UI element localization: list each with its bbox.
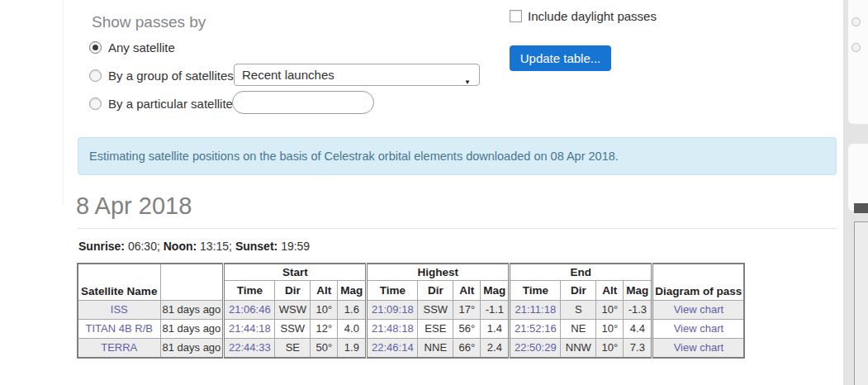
highest-time-cell: 21:48:18 [367,319,418,338]
col-header-end-mag: Mag [624,280,652,300]
view-chart-link[interactable]: View chart [674,322,723,335]
start-mag-cell: 1.9 [338,338,367,358]
col-header-end-time: Time [510,280,561,300]
group-header-start: Start [224,264,367,280]
radio-row-any-satellite[interactable]: Any satellite [89,40,175,55]
col-header-highest-mag: Mag [481,280,510,300]
table-row-iss: ISS 81 days ago 21:06:46 WSW 10° 1.6 21:… [78,300,744,319]
col-header-start-mag: Mag [338,280,367,300]
left-column-divider [63,0,64,207]
group-header-end: End [510,264,652,280]
right-sidebar-panel-middle [848,144,868,211]
highest-time-link[interactable]: 21:48:18 [372,322,414,335]
radio-row-particular-satellite[interactable]: By a particular satellite: [89,97,236,111]
start-dir-cell: SE [275,338,311,358]
end-dir-cell: S [561,300,596,319]
start-dir-cell: SSW [275,319,311,338]
highest-alt-cell: 56° [453,319,481,338]
end-mag-cell: 7.3 [624,338,652,358]
highest-mag-cell: 2.4 [481,338,510,358]
end-time-cell: 21:52:16 [510,319,561,338]
highest-alt-cell: 17° [453,300,481,319]
view-chart-link[interactable]: View chart [674,341,723,354]
start-time-link[interactable]: 21:06:46 [229,303,271,316]
particular-satellite-input[interactable] [232,91,374,114]
highest-time-link[interactable]: 22:46:14 [372,341,414,354]
sunrise-value: 06:30; [128,240,160,253]
end-alt-cell: 10° [596,319,624,338]
right-sidebar-dark-button-fragment[interactable] [854,203,868,213]
satellite-group-select[interactable]: Recent launches ▼ [234,64,480,86]
end-mag-cell: 4.4 [624,319,652,338]
highest-time-cell: 21:09:18 [367,300,418,319]
end-mag-cell: -1.3 [624,300,652,319]
col-header-highest-alt: Alt [453,280,481,300]
col-header-satellite-name: Satellite Name [78,264,160,300]
start-alt-cell: 50° [311,338,338,358]
sunrise-label: Sunrise: [78,240,125,253]
radio-button-group-of-satellites[interactable] [89,69,102,82]
heading-divider [77,228,837,229]
highest-time-cell: 22:46:14 [367,338,418,358]
chevron-down-icon: ▼ [464,72,471,93]
radio-label-particular-satellite: By a particular satellite: [108,97,236,111]
end-dir-cell: NNW [561,338,596,358]
right-sidebar-bordered-panel [854,221,868,385]
highest-mag-cell: -1.1 [481,300,510,319]
end-time-link[interactable]: 22:50:29 [515,341,557,354]
sidebar-radio-button[interactable] [851,43,861,52]
orbital-elements-alert-text: Estimating satellite positions on the ba… [89,150,619,163]
end-time-link[interactable]: 21:52:16 [515,322,557,335]
start-time-cell: 21:44:18 [224,319,275,338]
passes-table: Satellite Name Start Highest End Diagram… [77,263,745,359]
satellite-link[interactable]: TERRA [101,341,137,354]
radio-label-group-of-satellites: By a group of satellites: [108,69,237,83]
radio-row-group-of-satellites[interactable]: By a group of satellites: [89,69,237,83]
view-chart-link[interactable]: View chart [674,303,723,316]
start-alt-cell: 12° [311,319,338,338]
satellite-link[interactable]: TITAN 4B R/B [86,322,153,335]
daylight-passes-label: Include daylight passes [528,9,657,23]
col-header-diagram: Diagram of pass [652,264,745,300]
highest-time-link[interactable]: 21:09:18 [372,303,414,316]
end-alt-cell: 10° [596,338,624,358]
satellite-group-select-value: Recent launches [242,68,334,82]
noon-value: 13:15; [200,240,232,253]
daylight-passes-checkbox[interactable] [510,10,522,22]
satellite-link[interactable]: ISS [111,303,128,316]
daylight-passes-checkbox-row[interactable]: Include daylight passes [510,9,657,23]
table-group-header-row: Satellite Name Start Highest End Diagram… [78,264,744,280]
end-time-link[interactable]: 21:11:18 [515,303,557,316]
end-time-cell: 22:50:29 [510,338,561,358]
col-header-end-alt: Alt [596,280,624,300]
end-alt-cell: 10° [596,300,624,319]
start-time-cell: 22:44:33 [224,338,275,358]
satellite-name-cell: TERRA [78,338,160,358]
update-table-button[interactable]: Update table... [510,45,611,71]
diagram-cell: View chart [652,338,745,358]
highest-dir-cell: ESE [418,319,453,338]
sun-times-line: Sunrise: 06:30; Noon: 13:15; Sunset: 19:… [78,240,310,253]
start-time-link[interactable]: 22:44:33 [229,341,271,354]
diagram-cell: View chart [652,300,745,319]
col-header-end-dir: Dir [561,280,596,300]
show-passes-heading: Show passes by [92,13,206,31]
age-cell: 81 days ago [160,300,224,319]
end-dir-cell: NE [561,319,596,338]
highest-alt-cell: 66° [453,338,481,358]
highest-dir-cell: NNE [418,338,453,358]
satellite-name-cell: ISS [78,300,160,319]
table-row-titan: TITAN 4B R/B 81 days ago 21:44:18 SSW 12… [78,319,744,338]
start-mag-cell: 1.6 [338,300,367,319]
end-time-cell: 21:11:18 [510,300,561,319]
col-header-highest-dir: Dir [418,280,453,300]
radio-label-any-satellite: Any satellite [108,40,175,55]
radio-button-particular-satellite[interactable] [89,97,102,110]
start-alt-cell: 10° [311,300,338,319]
sidebar-radio-button[interactable] [851,17,861,26]
radio-button-any-satellite[interactable] [89,41,102,54]
noon-label: Noon: [164,240,197,253]
group-header-highest: Highest [367,264,510,280]
start-time-link[interactable]: 21:44:18 [229,322,271,335]
col-header-age [160,264,224,300]
